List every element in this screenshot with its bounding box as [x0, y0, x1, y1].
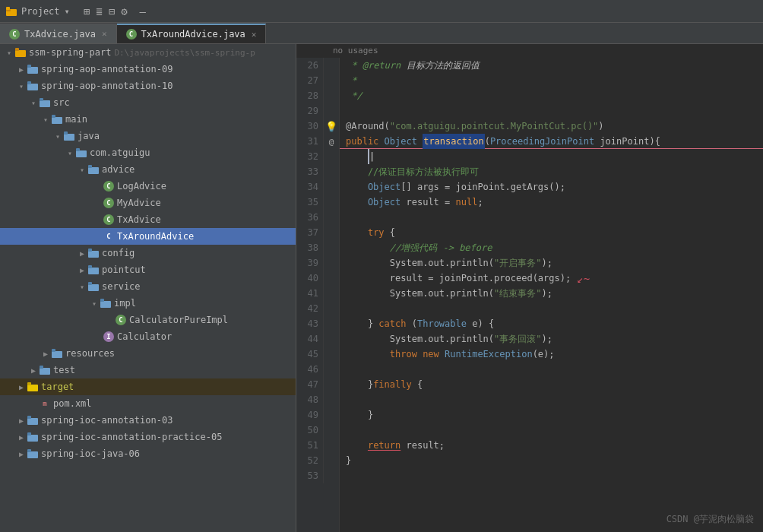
- class-icon: C: [103, 198, 114, 208]
- gutter-icon-43: [324, 316, 339, 331]
- sidebar-item-src[interactable]: ▾ src: [0, 94, 296, 111]
- gutter-icon-37: [324, 225, 339, 240]
- sidebar-item-spring-ioc-practice-05[interactable]: ▶ spring-ioc-annotation-practice-05: [0, 429, 296, 445]
- svg-rect-22: [88, 265, 92, 268]
- class-icon: C: [103, 181, 114, 192]
- sidebar-item-txadvice[interactable]: C TxAdvice: [0, 211, 296, 228]
- sidebar-item-txaroundadvice[interactable]: C TxAroundAdvice: [0, 228, 296, 245]
- gutter-icon-28: [324, 88, 339, 103]
- bulb-icon[interactable]: 💡: [324, 119, 339, 134]
- sidebar-item-config[interactable]: ▶ config: [0, 245, 296, 261]
- interface-icon: I: [103, 331, 114, 342]
- line-num-50: 50: [296, 423, 324, 438]
- project-title: Project: [21, 6, 60, 17]
- line-num-43: 43: [296, 316, 324, 331]
- settings-icon[interactable]: ⚙: [121, 5, 127, 17]
- line-num-35: 35: [296, 195, 324, 210]
- sidebar-item-ssm-spring-part[interactable]: ▾ ssm-spring-part D:\javaprojects\ssm-sp…: [0, 44, 296, 61]
- gutter-icon-42: [324, 301, 339, 316]
- item-label: MyAdvice: [117, 198, 161, 208]
- sidebar-item-pointcut[interactable]: ▶ pointcut: [0, 261, 296, 278]
- sidebar-item-myadvice[interactable]: C MyAdvice: [0, 195, 296, 211]
- gutter-row-44: 44: [296, 331, 339, 347]
- sidebar-item-calculatorpureimpl[interactable]: C CalculatorPureImpl: [0, 312, 296, 328]
- line-num-26: 26: [296, 58, 324, 73]
- sidebar-item-spring-ioc-03[interactable]: ▶ spring-ioc-annotation-03: [0, 412, 296, 429]
- gutter-row-34: 34: [296, 179, 339, 195]
- gutter-row-29: 29: [296, 103, 339, 119]
- collapse-icon[interactable]: ⊟: [109, 5, 115, 17]
- gutter-row-35: 35: [296, 195, 339, 210]
- expand-arrow: ▶: [15, 383, 27, 391]
- svg-rect-2: [6, 7, 10, 10]
- line-num-52: 52: [296, 453, 324, 468]
- gutter-icon-34: [324, 179, 339, 195]
- expand-arrow: ▶: [15, 65, 27, 74]
- title-bar: Project ▾ ⊞ ≣ ⊟ ⚙ —: [0, 0, 763, 23]
- code-line-27: *: [340, 73, 763, 88]
- folder-icon: [27, 382, 38, 391]
- sidebar-item-spring-aop-09[interactable]: ▶ spring-aop-annotation-09: [0, 61, 296, 78]
- code-line-43: } catch (Throwable e) {: [340, 316, 763, 331]
- gutter-row-40: 40: [296, 271, 339, 286]
- project-folder-icon: [6, 7, 17, 16]
- line-num-51: 51: [296, 438, 324, 453]
- svg-rect-13: [64, 134, 74, 141]
- gutter-icon-45: [324, 347, 339, 362]
- folder-icon: [27, 416, 38, 425]
- svg-rect-26: [100, 299, 104, 302]
- tab-close[interactable]: ✕: [102, 29, 107, 39]
- gutter-icon-35: [324, 195, 339, 210]
- path-label: D:\javaprojects\ssm-spring-p: [114, 48, 255, 58]
- sidebar-item-main[interactable]: ▾ main: [0, 111, 296, 128]
- code-line-53: [340, 468, 763, 483]
- list-icon[interactable]: ≣: [96, 5, 102, 17]
- line-num-37: 37: [296, 225, 324, 240]
- sidebar-item-java[interactable]: ▾ java: [0, 128, 296, 144]
- item-label: pointcut: [102, 264, 146, 275]
- sidebar-item-com-atguigu[interactable]: ▾ com.atguigu: [0, 144, 296, 161]
- sidebar-item-resources[interactable]: ▶ resources: [0, 345, 296, 362]
- tabs-bar: C TxAdvice.java ✕ C TxAroundAdvice.java …: [0, 23, 763, 44]
- code-line-28: */: [340, 88, 763, 103]
- svg-rect-37: [27, 451, 38, 458]
- sidebar-item-impl[interactable]: ▾ impl: [0, 295, 296, 312]
- sidebar-item-logadvice[interactable]: C LogAdvice: [0, 178, 296, 195]
- code-line-37: try {: [340, 225, 763, 240]
- sidebar-item-advice[interactable]: ▾ advice: [0, 161, 296, 178]
- sidebar-item-service[interactable]: ▾ service: [0, 278, 296, 295]
- line-num-28: 28: [296, 88, 324, 103]
- sidebar-item-test[interactable]: ▶ test: [0, 362, 296, 378]
- minimize-icon[interactable]: —: [140, 5, 146, 17]
- gutter-row-27: 27: [296, 73, 339, 88]
- gutter-row-26: 26: [296, 58, 339, 73]
- folder-icon: [88, 282, 99, 291]
- tab-txadvice[interactable]: C TxAdvice.java ✕: [0, 24, 117, 43]
- item-label: ssm-spring-part: [29, 47, 111, 58]
- gear-icon[interactable]: ⊞: [84, 5, 90, 17]
- gutter-row-50: 50: [296, 423, 339, 438]
- sidebar-item-pom-xml[interactable]: m pom.xml: [0, 395, 296, 412]
- tab-txaroundadvice[interactable]: C TxAroundAdvice.java ✕: [117, 24, 267, 43]
- tab-close-active[interactable]: ✕: [252, 30, 257, 40]
- svg-rect-15: [76, 150, 87, 157]
- dropdown-arrow[interactable]: ▾: [65, 6, 70, 17]
- gutter-icon-51: [324, 438, 339, 453]
- expand-arrow: ▾: [76, 166, 88, 174]
- sidebar-item-target[interactable]: ▶ target: [0, 378, 296, 395]
- tab-class-icon-active: C: [126, 29, 137, 40]
- gutter-icon-47: [324, 377, 339, 392]
- line-num-48: 48: [296, 392, 324, 407]
- gutter-row-45: 45: [296, 347, 339, 362]
- title-bar-left: Project ▾ ⊞ ≣ ⊟ ⚙ —: [6, 5, 146, 17]
- svg-rect-30: [40, 366, 43, 369]
- svg-rect-34: [27, 416, 31, 419]
- item-label: service: [102, 281, 141, 292]
- code-content[interactable]: * @return 目标方法的返回值 * */ @Around("com.atg…: [340, 58, 763, 532]
- gutter-row-53: 53: [296, 468, 339, 483]
- sidebar-item-calculator[interactable]: I Calculator: [0, 328, 296, 345]
- sidebar-item-spring-aop-10[interactable]: ▾ spring-aop-annotation-10: [0, 78, 296, 94]
- sidebar-item-spring-ioc-java-06[interactable]: ▶ spring-ioc-java-06: [0, 445, 296, 462]
- line-num-41: 41: [296, 286, 324, 301]
- gutter-icon-36: [324, 210, 339, 225]
